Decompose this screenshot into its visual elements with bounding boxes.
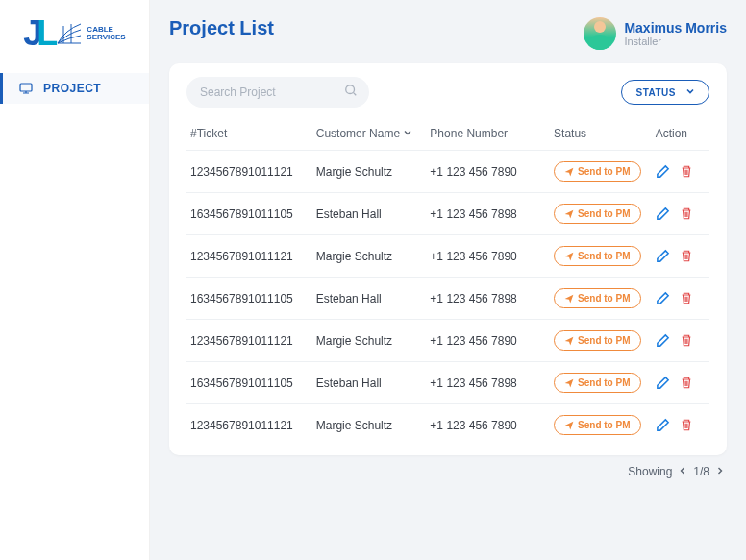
edit-icon[interactable] <box>656 207 670 221</box>
edit-icon[interactable] <box>656 291 670 305</box>
cell-action <box>652 151 709 193</box>
page-title: Project List <box>169 17 274 39</box>
delete-icon[interactable] <box>680 207 693 221</box>
cell-status: Send to PM <box>550 362 652 404</box>
cell-ticket: 1234567891011121 <box>186 320 312 362</box>
send-to-pm-button[interactable]: Send to PM <box>554 330 640 351</box>
edit-icon[interactable] <box>656 333 670 348</box>
send-to-pm-button[interactable]: Send to PM <box>554 373 640 393</box>
table-row: 1234567891011121 Margie Schultz +1 123 4… <box>186 151 709 193</box>
cell-action <box>652 362 709 404</box>
edit-icon[interactable] <box>656 164 670 179</box>
sidebar-item-label: PROJECT <box>43 82 101 95</box>
cell-customer: Esteban Hall <box>312 278 427 320</box>
cell-ticket: 1634567891011105 <box>186 362 312 404</box>
cell-status: Send to PM <box>550 320 652 362</box>
col-header-action: Action <box>652 119 709 151</box>
delete-icon[interactable] <box>680 164 693 179</box>
cell-phone: +1 123 456 7898 <box>426 362 550 404</box>
edit-icon[interactable] <box>656 418 670 432</box>
cell-ticket: 1634567891011105 <box>186 193 312 235</box>
cell-customer: Margie Schultz <box>312 151 427 193</box>
cell-ticket: 1234567891011121 <box>186 235 312 278</box>
send-to-pm-button[interactable]: Send to PM <box>554 288 640 308</box>
cell-ticket: 1234567891011121 <box>186 404 312 447</box>
svg-rect-0 <box>20 84 32 91</box>
cell-status: Send to PM <box>550 235 652 278</box>
user-profile[interactable]: Maximus Morris Installer <box>584 17 727 50</box>
project-card: STATUS #Ticket Customer Name Phone Numbe… <box>169 63 727 455</box>
user-name: Maximus Morris <box>624 20 727 37</box>
cell-action <box>652 235 709 278</box>
search-box <box>186 77 369 108</box>
cell-customer: Margie Schultz <box>312 404 427 447</box>
cell-ticket: 1634567891011105 <box>186 278 312 320</box>
cell-status: Send to PM <box>550 278 652 320</box>
send-to-pm-button[interactable]: Send to PM <box>554 161 640 182</box>
logo-letter-l: L <box>37 13 58 54</box>
edit-icon[interactable] <box>656 249 670 263</box>
cell-status: Send to PM <box>550 404 652 447</box>
table-row: 1234567891011121 Margie Schultz +1 123 4… <box>186 235 709 278</box>
delete-icon[interactable] <box>680 333 693 348</box>
chevron-down-icon <box>403 127 412 140</box>
table-row: 1234567891011121 Margie Schultz +1 123 4… <box>186 404 709 447</box>
project-table: #Ticket Customer Name Phone Number Statu… <box>186 119 709 446</box>
sidebar: J L CABLE SERVICES PROJECT <box>0 0 150 560</box>
table-row: 1634567891011105 Esteban Hall +1 123 456… <box>186 278 709 320</box>
col-header-status: Status <box>550 119 652 151</box>
cell-phone: +1 123 456 7890 <box>426 404 550 447</box>
pager-page: 1/8 <box>693 465 709 478</box>
cell-phone: +1 123 456 7890 <box>426 235 550 278</box>
col-header-phone: Phone Number <box>426 119 550 151</box>
col-header-customer[interactable]: Customer Name <box>312 119 427 151</box>
toolbar: STATUS <box>186 77 709 108</box>
cell-customer: Margie Schultz <box>312 320 427 362</box>
cell-customer: Esteban Hall <box>312 362 427 404</box>
cell-ticket: 1234567891011121 <box>186 151 312 193</box>
cell-phone: +1 123 456 7898 <box>426 193 550 235</box>
table-row: 1234567891011121 Margie Schultz +1 123 4… <box>186 320 709 362</box>
cell-status: Send to PM <box>550 151 652 193</box>
delete-icon[interactable] <box>680 376 693 390</box>
pager-showing-label: Showing <box>628 465 672 478</box>
col-header-ticket: #Ticket <box>186 119 312 151</box>
cell-status: Send to PM <box>550 193 652 235</box>
search-input[interactable] <box>200 85 344 99</box>
logo-text: CABLE SERVICES <box>87 26 125 41</box>
logo: J L CABLE SERVICES <box>0 13 149 54</box>
cell-phone: +1 123 456 7890 <box>426 320 550 362</box>
main: Project List Maximus Morris Installer ST… <box>150 0 746 560</box>
send-to-pm-button[interactable]: Send to PM <box>554 204 640 224</box>
table-row: 1634567891011105 Esteban Hall +1 123 456… <box>186 362 709 404</box>
header: Project List Maximus Morris Installer <box>169 17 727 50</box>
search-icon <box>344 84 358 101</box>
send-to-pm-button[interactable]: Send to PM <box>554 415 640 435</box>
status-filter-button[interactable]: STATUS <box>621 80 709 105</box>
cell-phone: +1 123 456 7890 <box>426 151 550 193</box>
chevron-down-icon <box>685 86 695 98</box>
logo-fan-icon <box>56 20 83 47</box>
cell-phone: +1 123 456 7898 <box>426 278 550 320</box>
user-role: Installer <box>624 36 727 47</box>
cell-customer: Esteban Hall <box>312 193 427 235</box>
cell-action <box>652 193 709 235</box>
edit-icon[interactable] <box>656 376 670 390</box>
delete-icon[interactable] <box>680 291 693 305</box>
sidebar-item-project[interactable]: PROJECT <box>0 73 149 104</box>
project-icon <box>18 81 34 96</box>
cell-customer: Margie Schultz <box>312 235 427 278</box>
delete-icon[interactable] <box>680 418 693 432</box>
pager: Showing 1/8 <box>169 465 727 478</box>
pager-prev[interactable] <box>676 465 689 478</box>
svg-point-1 <box>346 85 355 94</box>
avatar <box>584 17 616 50</box>
cell-action <box>652 404 709 447</box>
status-filter-label: STATUS <box>635 87 676 98</box>
delete-icon[interactable] <box>680 249 693 263</box>
pager-next[interactable] <box>713 465 727 478</box>
send-to-pm-button[interactable]: Send to PM <box>554 246 640 266</box>
cell-action <box>652 320 709 362</box>
table-row: 1634567891011105 Esteban Hall +1 123 456… <box>186 193 709 235</box>
cell-action <box>652 278 709 320</box>
